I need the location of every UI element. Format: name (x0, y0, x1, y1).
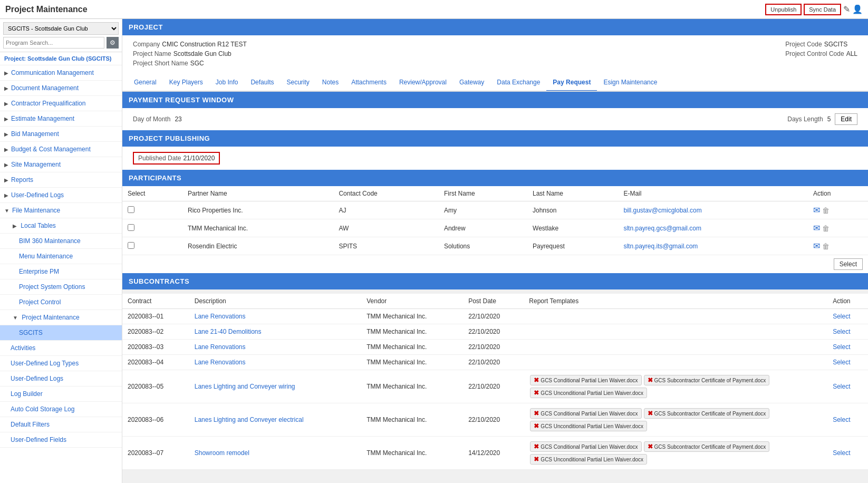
sidebar-item-bim360[interactable]: BIM 360 Maintenance (0, 234, 122, 249)
sidebar-item-contractor[interactable]: ▶ Contractor Prequalification (0, 96, 122, 111)
tab-notes[interactable]: Notes (316, 74, 345, 92)
subcontract-select-button[interactable]: Select (833, 416, 850, 423)
sidebar-item-site[interactable]: ▶ Site Management (0, 157, 122, 172)
tab-general[interactable]: General (128, 74, 163, 92)
tab-security[interactable]: Security (280, 74, 315, 92)
sidebar-item-estimate[interactable]: ▶ Estimate Management (0, 111, 122, 127)
sidebar-item-userlogs[interactable]: ▶ User-Defined Logs (0, 188, 122, 203)
email-link[interactable]: sltn.payreq.gcs@gmail.com (623, 225, 701, 232)
project-code-row: Project Code SGCITS (785, 41, 857, 48)
sidebar-item-auto-cold-storage[interactable]: Auto Cold Storage Log (0, 402, 122, 417)
sidebar-item-sgcits[interactable]: SGCITS (0, 325, 122, 341)
sidebar-item-menu[interactable]: Menu Maintenance (0, 249, 122, 264)
remove-tag-icon[interactable]: ✖ (534, 443, 539, 450)
delete-icon[interactable]: 🗑 (822, 242, 830, 250)
sidebar-item-bid[interactable]: ▶ Bid Management (0, 127, 122, 142)
sidebar-project-link[interactable]: Project: Scottsdale Gun Club (SGCITS) (0, 52, 122, 65)
search-settings-button[interactable]: ⚙ (107, 37, 119, 49)
tab-key-players[interactable]: Key Players (163, 74, 209, 92)
delete-icon[interactable]: 🗑 (822, 206, 830, 215)
description-link[interactable]: Showroom remodel (195, 449, 249, 457)
subcontract-select-button[interactable]: Select (833, 449, 850, 457)
email-link[interactable]: bill.gustav@cmicglobal.com (623, 207, 701, 214)
sidebar-item-user-defined-log-types[interactable]: User-Defined Log Types (0, 356, 122, 371)
participants-select-button[interactable]: Select (834, 258, 863, 270)
description-link[interactable]: Lanes Lighting and Conveyer wiring (195, 383, 295, 390)
remove-tag-icon[interactable]: ✖ (648, 410, 653, 417)
email-cell[interactable]: sltn.payreq.its@gmail.com (618, 237, 808, 255)
remove-tag-icon[interactable]: ✖ (534, 389, 539, 397)
subcontract-select-button[interactable]: Select (833, 328, 850, 335)
sidebar-item-local-tables[interactable]: ▶ Local Tables (0, 218, 122, 234)
sidebar-item-user-defined-fields[interactable]: User-Defined Fields (0, 432, 122, 448)
description-link[interactable]: Lane Renovations (195, 313, 246, 320)
sidebar-item-project-control[interactable]: Project Control (0, 295, 122, 310)
email-cell[interactable]: sltn.payreq.gcs@gmail.com (618, 219, 808, 237)
sidebar-item-reports[interactable]: ▶ Reports (0, 172, 122, 188)
tab-attachments[interactable]: Attachments (345, 74, 393, 92)
participant-checkbox[interactable] (128, 242, 134, 249)
tabs-bar: General Key Players Job Info Defaults Se… (122, 74, 868, 92)
subcontract-select-button[interactable]: Select (833, 343, 850, 351)
tab-esign-maintenance[interactable]: Esign Maintenance (597, 74, 663, 92)
sidebar-item-activities[interactable]: Activities (0, 341, 122, 356)
tab-gateway[interactable]: Gateway (453, 74, 490, 92)
remove-tag-icon[interactable]: ✖ (534, 456, 539, 463)
description-link[interactable]: Lanes Lighting and Conveyer electrical (195, 416, 304, 423)
email-icon[interactable]: ✉ (813, 223, 820, 233)
sidebar-item-project-maintenance[interactable]: ▼ Project Maintenance (0, 310, 122, 325)
participant-checkbox[interactable] (128, 224, 134, 231)
email-cell[interactable]: bill.gustav@cmicglobal.com (618, 201, 808, 219)
participant-select-cell[interactable] (122, 237, 182, 255)
remove-tag-icon[interactable]: ✖ (534, 376, 539, 384)
tab-defaults[interactable]: Defaults (244, 74, 280, 92)
participant-checkbox[interactable] (128, 206, 134, 213)
sidebar-item-budget[interactable]: ▶ Budget & Cost Management (0, 142, 122, 157)
delete-icon[interactable]: 🗑 (822, 224, 830, 233)
search-input[interactable] (3, 37, 104, 49)
email-link[interactable]: sltn.payreq.its@gmail.com (623, 243, 698, 250)
sidebar-item-default-filters[interactable]: Default Filters (0, 417, 122, 432)
sidebar-item-enterprise-pm[interactable]: Enterprise PM (0, 264, 122, 279)
remove-tag-icon[interactable]: ✖ (534, 410, 539, 417)
subcontract-select-button[interactable]: Select (833, 383, 850, 390)
description-cell: Showroom remodel (189, 437, 361, 470)
col-post-date: Post Date (463, 294, 524, 309)
description-link[interactable]: Lane 21-40 Demolitions (195, 328, 262, 335)
project-short-name-row: Project Short Name SGC (133, 60, 247, 67)
tab-data-exchange[interactable]: Data Exchange (490, 74, 546, 92)
sidebar-item-filemaint[interactable]: ▼ File Maintenance (0, 203, 122, 218)
participant-select-cell[interactable] (122, 219, 182, 237)
report-templates-cell: ✖GCS Conditional Partial Lien Waiver.doc… (524, 370, 827, 403)
remove-tag-icon[interactable]: ✖ (648, 376, 653, 384)
unpublish-button[interactable]: Unpublish (765, 4, 802, 15)
sidebar-item-user-defined-logs[interactable]: User-Defined Logs (0, 371, 122, 387)
subcontract-select-button[interactable]: Select (833, 313, 850, 320)
sidebar-item-communication[interactable]: ▶ Communication Management (0, 65, 122, 81)
post-date-cell: 22/10/2020 (463, 355, 524, 370)
email-icon[interactable]: ✉ (813, 205, 820, 215)
user-icon-button[interactable]: 👤 (852, 4, 863, 14)
edit-button[interactable]: Edit (835, 113, 857, 125)
edit-icon-button[interactable]: ✎ (843, 4, 850, 14)
project-select[interactable]: SGCITS - Scottsdale Gun Club (3, 22, 119, 35)
action-cell: ✉ 🗑 (808, 237, 868, 255)
remove-tag-icon[interactable]: ✖ (534, 422, 539, 430)
contact-code-cell: SPITS (333, 237, 439, 255)
sidebar-item-log-builder[interactable]: Log Builder (0, 387, 122, 402)
sync-data-button[interactable]: Sync Data (804, 4, 841, 15)
remove-tag-icon[interactable]: ✖ (648, 443, 653, 450)
participant-select-cell[interactable] (122, 201, 182, 219)
participants-table: Select Partner Name Contact Code First N… (122, 186, 868, 255)
sidebar-item-project-system-options[interactable]: Project System Options (0, 279, 122, 295)
description-link[interactable]: Lane Renovations (195, 343, 246, 351)
table-row: 2020083--07 Showroom remodel TMM Mechani… (122, 437, 868, 470)
sidebar-item-document[interactable]: ▶ Document Management (0, 81, 122, 96)
tab-review-approval[interactable]: Review/Approval (393, 74, 453, 92)
tab-pay-request[interactable]: Pay Request (546, 74, 597, 92)
subcontract-select-button[interactable]: Select (833, 359, 850, 366)
description-link[interactable]: Lane Renovations (195, 359, 246, 366)
email-icon[interactable]: ✉ (813, 241, 820, 251)
tab-job-info[interactable]: Job Info (209, 74, 245, 92)
table-row: 2020083--05 Lanes Lighting and Conveyer … (122, 370, 868, 403)
